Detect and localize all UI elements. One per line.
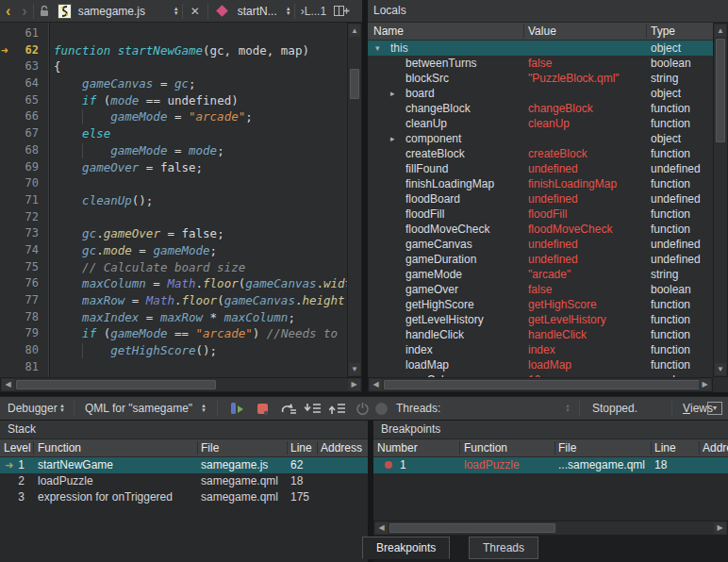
breakpoint-row[interactable]: 1loadPuzzle...samegame.qml18 bbox=[373, 457, 728, 473]
locals-row[interactable]: createBlockcreateBlockfunction bbox=[368, 146, 713, 161]
gutter-line[interactable]: 77 bbox=[0, 292, 48, 309]
interrupt-button[interactable] bbox=[254, 397, 273, 420]
column-header-file[interactable]: File bbox=[201, 439, 219, 456]
step-over-button[interactable] bbox=[279, 397, 298, 420]
column-header-line[interactable]: Line bbox=[290, 439, 312, 456]
locals-row[interactable]: gameDurationundefinedundefined bbox=[368, 252, 713, 267]
scroll-up-icon[interactable]: ▲ bbox=[715, 25, 726, 37]
gutter-line[interactable]: 73 bbox=[0, 225, 48, 242]
code-line[interactable] bbox=[50, 25, 347, 42]
gutter-line[interactable]: 71 bbox=[0, 192, 48, 209]
scroll-down-icon[interactable]: ▼ bbox=[349, 363, 360, 375]
column-header-address[interactable]: Addre bbox=[703, 439, 728, 456]
code-line[interactable]: getHighScore(); bbox=[50, 342, 347, 359]
code-line[interactable]: maxIndex = maxRow * maxColumn; bbox=[50, 309, 347, 326]
scroll-up-icon[interactable]: ▲ bbox=[349, 25, 360, 37]
gutter-line[interactable]: 65 bbox=[0, 92, 48, 109]
gutter-line[interactable]: 68 bbox=[0, 142, 48, 159]
code-line[interactable]: cleanUp(); bbox=[50, 192, 347, 209]
gutter-line[interactable]: 81 bbox=[0, 359, 48, 376]
column-header-function[interactable]: Function bbox=[464, 439, 507, 456]
code-line[interactable]: // Calculate board size bbox=[50, 259, 347, 276]
gutter-line[interactable]: 80 bbox=[0, 342, 48, 359]
locals-row[interactable]: finishLoadingMapfinishLoadingMapfunction bbox=[368, 176, 713, 191]
locals-row[interactable]: fillFoundundefinedundefined bbox=[368, 161, 713, 176]
code-line[interactable] bbox=[50, 209, 347, 226]
column-header-value[interactable]: Value bbox=[528, 23, 556, 40]
scroll-left-icon[interactable]: ◀ bbox=[370, 379, 382, 390]
step-into-button[interactable] bbox=[304, 397, 323, 420]
code-line[interactable]: gameOver = false; bbox=[50, 159, 347, 176]
expander-closed-icon[interactable]: ▸ bbox=[390, 86, 395, 101]
column-header-type[interactable]: Type bbox=[651, 23, 675, 40]
gutter-line[interactable]: 74 bbox=[0, 242, 48, 259]
views-dropdown-icon[interactable]: ▾ bbox=[707, 402, 722, 415]
code-line[interactable]: if (mode == undefined) bbox=[50, 92, 347, 109]
code-line[interactable]: maxRow = Math.floor(gameCanvas.height bbox=[50, 292, 347, 309]
code-line[interactable]: else bbox=[50, 125, 347, 142]
gutter-line[interactable]: 69 bbox=[0, 159, 48, 176]
symbol-combo-arrows[interactable]: ▲▼ bbox=[283, 7, 294, 16]
scroll-thumb[interactable] bbox=[716, 39, 725, 142]
tab-threads[interactable]: Threads bbox=[469, 537, 538, 559]
scroll-thumb[interactable] bbox=[384, 380, 701, 389]
column-header-file[interactable]: File bbox=[558, 439, 576, 456]
scroll-right-icon[interactable]: ▶ bbox=[699, 379, 711, 390]
column-header-name[interactable]: Name bbox=[373, 23, 404, 40]
locals-row[interactable]: changeBlockchangeBlockfunction bbox=[368, 101, 713, 116]
open-file-name[interactable]: samegame.js bbox=[74, 5, 171, 18]
locals-row[interactable]: gameCanvasundefinedundefined bbox=[368, 237, 713, 252]
gutter[interactable]: 61➜6263646566676869707172737475767778798… bbox=[0, 23, 49, 377]
column-header-line[interactable]: Line bbox=[654, 439, 676, 456]
symbol-selector[interactable]: startN... bbox=[234, 5, 283, 18]
scroll-left-icon[interactable]: ◀ bbox=[2, 379, 14, 390]
code-line[interactable]: gameMode = "arcade"; bbox=[50, 108, 347, 125]
stack-row[interactable]: ➜1startNewGamesamegame.js62 bbox=[0, 457, 368, 473]
line-column-indicator[interactable]: ›L...1 bbox=[295, 5, 332, 18]
stack-row[interactable]: 2loadPuzzlesamegame.qml18 bbox=[0, 473, 368, 489]
code-line[interactable] bbox=[50, 175, 347, 192]
editor-vscrollbar[interactable]: ▲ ▼ bbox=[347, 23, 362, 377]
code-line[interactable] bbox=[50, 359, 347, 376]
gutter-line[interactable]: 61 bbox=[0, 25, 48, 42]
expander-open-icon[interactable]: ▾ bbox=[375, 41, 380, 56]
locals-row[interactable]: floodFillfloodFillfunction bbox=[368, 207, 713, 222]
scroll-thumb[interactable] bbox=[16, 380, 216, 389]
code-line[interactable]: gameCanvas = gc; bbox=[50, 75, 347, 92]
split-editor-button[interactable] bbox=[332, 5, 352, 17]
gutter-line[interactable]: 64 bbox=[0, 75, 48, 92]
locals-row[interactable]: indexindexfunction bbox=[368, 342, 713, 357]
record-button[interactable] bbox=[372, 397, 390, 420]
locals-row[interactable]: cleanUpcleanUpfunction bbox=[368, 116, 713, 131]
gutter-line[interactable]: 79 bbox=[0, 325, 48, 342]
locals-row[interactable]: gameMode"arcade"string bbox=[368, 267, 713, 282]
column-header-level[interactable]: Level bbox=[4, 439, 31, 456]
gutter-line[interactable]: 76 bbox=[0, 275, 48, 292]
breakpoints-hscrollbar[interactable]: ◀ ▶ bbox=[373, 521, 728, 536]
engine-combo-arrows[interactable]: ▲▼ bbox=[198, 397, 209, 420]
locals-vscrollbar[interactable]: ▲ ▼ bbox=[713, 23, 728, 377]
locals-row[interactable]: loadMaploadMapfunction bbox=[368, 357, 713, 372]
gutter-line[interactable]: ➜62 bbox=[0, 42, 48, 59]
locals-row[interactable]: betweenTurnsfalseboolean bbox=[368, 56, 713, 71]
stack-row[interactable]: 3expression for onTriggeredsamegame.qml1… bbox=[0, 489, 368, 505]
step-out-button[interactable] bbox=[328, 397, 347, 420]
column-header-address[interactable]: Address bbox=[321, 439, 362, 456]
editor-hscrollbar[interactable]: ◀ ▶ bbox=[0, 377, 362, 392]
locals-row[interactable]: ▾thisobject bbox=[368, 41, 713, 56]
code-line[interactable]: gc.gameOver = false; bbox=[50, 225, 347, 242]
locals-hscrollbar[interactable]: ◀ ▶ bbox=[368, 377, 713, 392]
code-line[interactable]: gc.mode = gameMode; bbox=[50, 242, 347, 259]
gutter-line[interactable]: 72 bbox=[0, 209, 48, 226]
locals-row[interactable]: getHighScoregetHighScorefunction bbox=[368, 297, 713, 312]
locals-row[interactable]: handleClickhandleClickfunction bbox=[368, 327, 713, 342]
scroll-down-icon[interactable]: ▼ bbox=[715, 363, 726, 375]
threads-combo-arrows[interactable]: ▲▼ bbox=[562, 397, 573, 420]
go-forward-button[interactable]: › bbox=[16, 1, 32, 22]
engine-combo[interactable]: QML for "samegame" bbox=[85, 397, 192, 420]
column-header-function[interactable]: Function bbox=[38, 439, 81, 456]
scroll-thumb[interactable] bbox=[350, 69, 359, 99]
code-line[interactable]: gameMode = mode; bbox=[50, 142, 347, 159]
locals-row[interactable]: floodBoardundefinedundefined bbox=[368, 191, 713, 207]
locals-row[interactable]: getLevelHistorygetLevelHistoryfunction bbox=[368, 312, 713, 327]
